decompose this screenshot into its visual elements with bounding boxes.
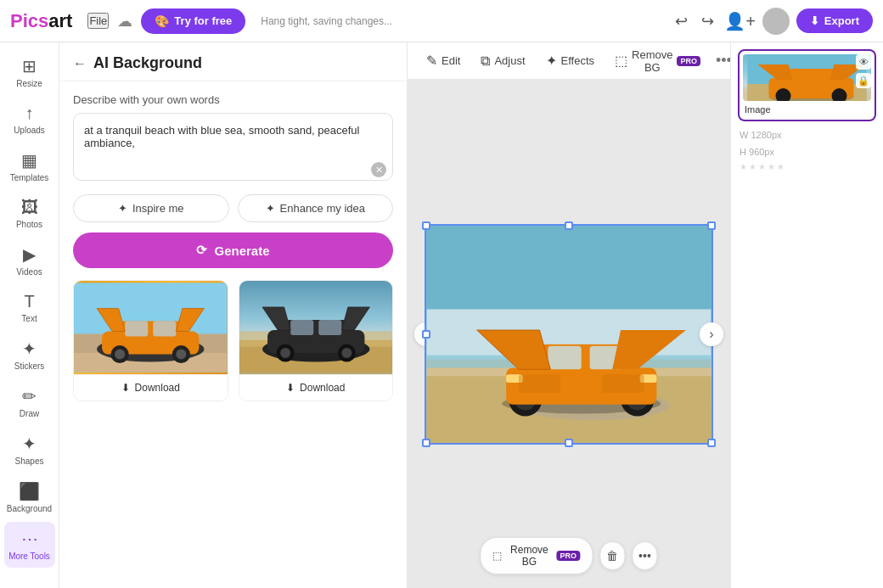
sidebar-item-uploads[interactable]: ↑ Uploads <box>4 97 55 142</box>
adjust-icon: ⧉ <box>481 53 490 69</box>
svg-point-37 <box>633 394 643 404</box>
handle-top-right[interactable] <box>707 221 716 230</box>
canvas-remove-bg-icon: ⬚ <box>492 550 502 562</box>
try-free-button[interactable]: 🎨 Try for free <box>141 8 245 34</box>
download-icon-1: ⬇ <box>121 382 130 394</box>
svg-rect-42 <box>506 374 523 383</box>
layer-label: Image <box>743 101 871 116</box>
star-5: ★ <box>777 162 785 171</box>
sidebar-item-stickers[interactable]: ✦ Stickers <box>4 332 55 378</box>
add-user-button[interactable]: 👤+ <box>724 11 756 31</box>
draw-icon: ✏ <box>22 386 37 406</box>
canvas-area: ✎ Edit ⧉ Adjust ✦ Effects ⬚ Remove BG PR… <box>408 42 730 588</box>
inspire-me-button[interactable]: ✦ Inspire me <box>73 194 229 222</box>
handle-middle-left[interactable] <box>422 330 430 339</box>
sidebar-item-text[interactable]: T Text <box>4 285 55 330</box>
svg-rect-45 <box>602 374 644 393</box>
result-image-1 <box>74 281 228 374</box>
sidebar-label-shapes: Shapes <box>15 456 44 466</box>
sidebar-item-videos[interactable]: ▶ Videos <box>4 238 55 283</box>
layer-dimensions: W 1280px <box>738 126 876 143</box>
remove-bg-button[interactable]: ⬚ Remove BG PRO <box>606 43 709 79</box>
svg-rect-44 <box>519 374 560 393</box>
result-item-2: ⬇ Download <box>239 280 394 401</box>
cloud-icon[interactable]: ☁ <box>117 12 132 31</box>
svg-rect-50 <box>789 69 835 83</box>
canvas-next-button[interactable]: › <box>700 322 723 346</box>
svg-rect-39 <box>540 344 632 372</box>
svg-rect-27 <box>427 359 711 442</box>
svg-point-31 <box>502 393 661 413</box>
sidebar-item-resize[interactable]: ⊞ Resize <box>4 49 55 95</box>
enhance-idea-button[interactable]: ✦ Enhance my idea <box>238 194 394 222</box>
handle-bottom-left[interactable] <box>422 439 430 447</box>
svg-point-32 <box>509 383 542 416</box>
handle-top-left[interactable] <box>422 221 430 230</box>
canvas-remove-bg-button[interactable]: ⬚ Remove BG PRO <box>480 537 593 574</box>
describe-textarea[interactable]: at a tranquil beach with blue sea, smoot… <box>73 113 393 181</box>
svg-point-30 <box>519 389 669 419</box>
effects-button[interactable]: ✦ Effects <box>537 48 604 74</box>
sidebar-label-draw: Draw <box>20 409 39 418</box>
more-dots-icon: ••• <box>638 549 651 563</box>
redo-button[interactable]: ↪ <box>698 8 717 34</box>
sidebar-item-templates[interactable]: ▦ Templates <box>4 143 55 189</box>
sidebar-item-draw[interactable]: ✏ Draw <box>4 379 55 425</box>
generate-button[interactable]: ⟳ Generate <box>73 232 393 268</box>
edit-icon: ✎ <box>426 53 437 69</box>
palette-icon: 🎨 <box>155 14 169 28</box>
svg-point-34 <box>520 394 531 404</box>
svg-rect-7 <box>153 321 176 336</box>
svg-point-21 <box>280 348 290 358</box>
more-tools-icon: ⋯ <box>21 529 38 549</box>
sidebar-item-background[interactable]: ⬛ Background <box>4 474 55 520</box>
svg-rect-28 <box>427 376 711 443</box>
ai-background-panel: ← AI Background Describe with your own w… <box>59 42 408 588</box>
layer-actions: 👁 🔒 <box>856 54 871 88</box>
export-button[interactable]: ⬇ Export <box>796 8 873 33</box>
layer-visibility-button[interactable]: 👁 <box>856 54 871 70</box>
sidebar-item-shapes[interactable]: ✦ Shapes <box>4 427 55 473</box>
canvas-pro-badge: PRO <box>556 551 580 561</box>
handle-bottom-middle[interactable] <box>565 439 573 447</box>
download-icon-2: ⬇ <box>286 382 295 394</box>
topbar: Picsart File ☁ 🎨 Try for free Hang tight… <box>0 0 883 42</box>
svg-rect-40 <box>548 345 581 369</box>
svg-point-33 <box>515 389 537 411</box>
edit-button[interactable]: ✎ Edit <box>418 48 469 74</box>
layer-lock-button[interactable]: 🔒 <box>856 73 871 88</box>
sidebar-label-resize: Resize <box>16 79 42 88</box>
result-image-2 <box>239 281 393 374</box>
sidebar-label-photos: Photos <box>16 220 42 229</box>
clear-button[interactable]: ✕ <box>371 162 386 177</box>
adjust-button[interactable]: ⧉ Adjust <box>472 48 533 74</box>
handle-top-middle[interactable] <box>565 221 573 230</box>
file-menu-button[interactable]: File <box>87 13 109 29</box>
sidebar-label-stickers: Stickers <box>14 361 45 371</box>
svg-rect-24 <box>427 226 711 443</box>
star-2: ★ <box>749 162 756 171</box>
result-download-2[interactable]: ⬇ Download <box>239 374 393 400</box>
sidebar-item-photos[interactable]: 🖼 Photos <box>4 191 55 236</box>
svg-point-9 <box>115 350 125 360</box>
panel-action-buttons: ✦ Inspire me ✦ Enhance my idea <box>59 184 407 232</box>
canvas-delete-button[interactable]: 🗑 <box>599 541 625 570</box>
avatar[interactable] <box>762 8 790 35</box>
canvas-bottom-bar: ⬚ Remove BG PRO 🗑 ••• <box>480 537 657 574</box>
stickers-icon: ✦ <box>22 339 37 359</box>
result-download-1[interactable]: ⬇ Download <box>74 374 228 400</box>
enhance-icon: ✦ <box>266 202 275 215</box>
canvas-more-button[interactable]: ••• <box>632 541 657 570</box>
panel-header: ← AI Background <box>59 42 407 81</box>
star-4: ★ <box>768 162 775 171</box>
undo-button[interactable]: ↩ <box>672 8 691 34</box>
canvas-image[interactable] <box>425 224 713 445</box>
toolbar-more-button[interactable]: ••• <box>716 52 730 70</box>
upload-icon: ↑ <box>25 104 34 123</box>
panel-back-button[interactable]: ← <box>73 56 87 71</box>
handle-bottom-right[interactable] <box>707 439 716 447</box>
sidebar-item-more-tools[interactable]: ⋯ More Tools <box>4 522 55 568</box>
videos-icon: ▶ <box>23 244 36 265</box>
svg-rect-29 <box>427 355 711 367</box>
sidebar-label-text: Text <box>21 314 37 323</box>
